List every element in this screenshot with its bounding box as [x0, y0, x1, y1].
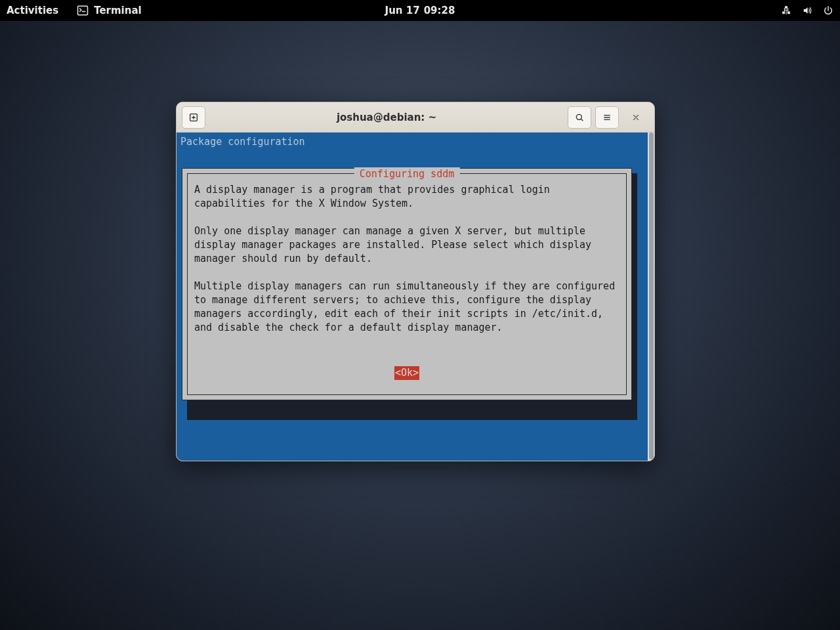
terminal-viewport[interactable]: Package configuration Configuring sddm A… [177, 133, 648, 461]
clock[interactable]: Jun 17 09:28 [385, 5, 455, 16]
gnome-topbar: Activities Terminal Jun 17 09:28 [0, 0, 840, 21]
terminal-scrollbar[interactable] [648, 133, 654, 461]
scrollbar-thumb[interactable] [649, 133, 654, 459]
dialog-title-wrap: Configuring sddm [354, 167, 460, 181]
dialog-body: A display manager is a program that prov… [194, 183, 620, 335]
debconf-dialog: Configuring sddm A display manager is a … [182, 168, 632, 400]
svg-point-5 [576, 114, 581, 119]
hamburger-menu-button[interactable] [595, 106, 619, 129]
power-icon [823, 5, 833, 16]
activities-button[interactable]: Activities [7, 5, 58, 16]
clock-time: 09:28 [424, 5, 455, 16]
volume-icon [802, 5, 812, 16]
svg-rect-3 [788, 12, 789, 14]
network-icon [781, 5, 791, 16]
search-button[interactable] [568, 106, 591, 129]
app-name-label: Terminal [94, 5, 142, 16]
clock-date: Jun 17 [385, 5, 420, 16]
new-tab-button[interactable] [182, 106, 205, 129]
dialog-title: Configuring sddm [356, 167, 459, 181]
system-status-area[interactable] [781, 5, 833, 16]
window-title: joshua@debian: ~ [209, 112, 564, 123]
close-button[interactable] [623, 102, 649, 133]
svg-rect-2 [783, 12, 785, 14]
package-config-header: Package configuration [180, 135, 644, 149]
svg-rect-1 [785, 6, 788, 8]
window-titlebar[interactable]: joshua@debian: ~ [177, 102, 654, 133]
ok-button[interactable]: <Ok> [394, 366, 419, 380]
terminal-window: joshua@debian: ~ Package configuration C… [176, 102, 655, 461]
svg-rect-0 [78, 6, 88, 15]
app-menu[interactable]: Terminal [77, 5, 142, 16]
terminal-icon [77, 5, 89, 16]
